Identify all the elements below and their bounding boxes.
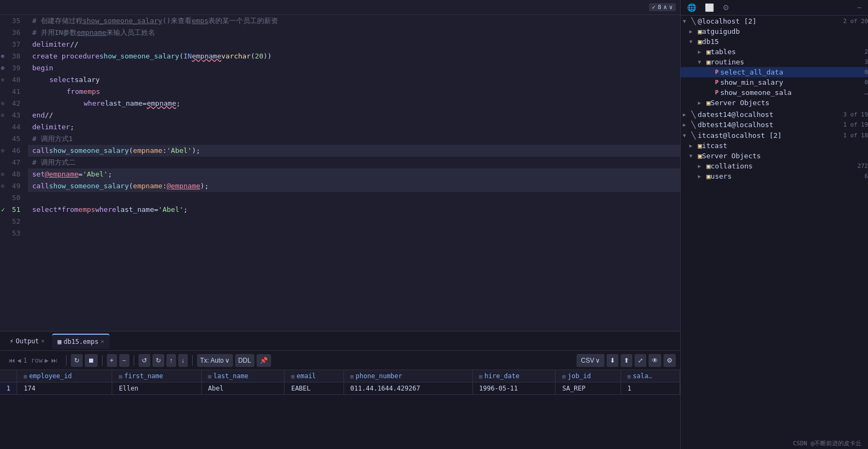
code-line-39: begin bbox=[28, 62, 680, 74]
settings-icon-btn[interactable]: ⚙ bbox=[720, 2, 732, 13]
tx-auto-label: Tx: Auto bbox=[200, 357, 224, 364]
badge-count: 8 bbox=[658, 4, 661, 11]
tables-folder-icon: ▣ bbox=[706, 48, 711, 56]
layout-icon-btn[interactable]: ⬜ bbox=[703, 2, 716, 13]
cell-job-id[interactable]: SA_REP bbox=[556, 382, 621, 395]
sidebar-item-users[interactable]: ▶ ▣ users 6 bbox=[681, 171, 868, 181]
node-itcast[interactable]: ▼ ╲ itcast@localhost [2] 1 of 18 ▶ ▣ itc… bbox=[681, 130, 868, 182]
pin-btn[interactable]: 📌 bbox=[257, 354, 271, 367]
select-all-data-label: select_all_data bbox=[720, 68, 863, 76]
first-row-btn[interactable]: ⏮ bbox=[9, 357, 15, 364]
cell-sala[interactable]: 1 bbox=[621, 382, 680, 395]
itcast-db-folder-icon: ▣ bbox=[698, 142, 702, 150]
globe-icon-btn[interactable]: 🌐 bbox=[685, 2, 698, 13]
node-localhost[interactable]: ▼ ╲ @localhost [2] 2 of 20 ▶ ▣ atguigudb… bbox=[681, 16, 868, 108]
remove-row-btn[interactable]: − bbox=[119, 354, 129, 367]
sidebar-item-server-objects-1[interactable]: ▶ ▣ Server Objects bbox=[681, 98, 868, 108]
sidebar-item-dbtest14[interactable]: ▶ ╲ dbtest14@localhost 1 of 19 bbox=[681, 120, 868, 130]
datest14-arrow: ▶ bbox=[683, 112, 691, 117]
db15-label: db15 bbox=[702, 38, 868, 46]
table-settings-btn[interactable]: ⚙ bbox=[663, 354, 676, 367]
col-email[interactable]: ▦email bbox=[285, 370, 344, 382]
data-table: ▦employee_id ▦first_name ▦last_name ▦ema… bbox=[0, 370, 680, 395]
move-down-btn[interactable]: ↓ bbox=[178, 354, 188, 367]
code-line-46: call show_someone_salary( empname: 'Abel… bbox=[28, 145, 680, 157]
proc-icon-show-someone: P bbox=[715, 89, 719, 96]
tx-auto-btn[interactable]: Tx: Auto ∨ bbox=[197, 354, 233, 367]
add-row-btn[interactable]: + bbox=[107, 354, 117, 367]
select-all-data-badge: 0 bbox=[864, 69, 868, 76]
line-num-50: 50 bbox=[0, 192, 24, 204]
output-icon: ⚡ bbox=[10, 337, 13, 345]
col-last-name[interactable]: ▦last_name bbox=[201, 370, 285, 382]
sidebar[interactable]: 🌐 ⬜ ⚙ − ▼ ╲ @localhost [2] 2 of 20 ▶ ▣ a… bbox=[680, 0, 868, 449]
tables-arrow: ▶ bbox=[698, 49, 706, 55]
sidebar-item-itcast-db[interactable]: ▶ ▣ itcast bbox=[681, 141, 868, 151]
undo-btn[interactable]: ↺ bbox=[138, 354, 150, 367]
sidebar-item-tables[interactable]: ▶ ▣ tables 2 bbox=[681, 47, 868, 57]
sidebar-item-itcast[interactable]: ▼ ╲ itcast@localhost [2] 1 of 18 bbox=[681, 130, 868, 141]
sidebar-item-show-min-salary[interactable]: P show_min_salary 0 bbox=[681, 77, 868, 87]
dbtest14-arrow: ▶ bbox=[683, 122, 691, 128]
line-numbers: 35 36 37 ⊙38 ⊙39 ⊙40 41 ⊙42 bbox=[0, 15, 28, 331]
move-up-btn[interactable]: ↑ bbox=[166, 354, 176, 367]
code-lines[interactable]: # 创建存储过程show_someone_salary()来查看emps表的某一… bbox=[28, 15, 680, 331]
cell-employee-id[interactable]: 174 bbox=[17, 382, 112, 395]
col-sala[interactable]: ▦sala… bbox=[621, 370, 680, 382]
close-output-tab[interactable]: ✕ bbox=[41, 337, 45, 344]
col-job-id[interactable]: ▦job_id bbox=[556, 370, 621, 382]
status-text: CSDN @不断前进的皮卡丘 bbox=[793, 440, 862, 447]
line-num-53: 53 bbox=[0, 227, 24, 239]
sidebar-item-db15[interactable]: ▼ ▣ db15 bbox=[681, 36, 868, 47]
cell-phone-number[interactable]: 011.44.1644.429267 bbox=[344, 382, 472, 395]
csv-btn[interactable]: CSV ∨ bbox=[577, 354, 604, 367]
col-first-name[interactable]: ▦first_name bbox=[112, 370, 201, 382]
sidebar-item-server-objects-2[interactable]: ▼ ▣ Server Objects bbox=[681, 151, 868, 161]
sidebar-item-datest14[interactable]: ▶ ╲ datest14@localhost 3 of 19 bbox=[681, 109, 868, 120]
col-employee-id[interactable]: ▦employee_id bbox=[17, 370, 112, 382]
tab-output-label: Output bbox=[16, 337, 39, 345]
sidebar-item-show-someone-sala[interactable]: P show_someone_sala … bbox=[681, 87, 868, 98]
next-row-btn[interactable]: ▶ bbox=[45, 357, 48, 364]
code-line-35: # 创建存储过程show_someone_salary()来查看emps表的某一… bbox=[28, 15, 680, 27]
import-btn[interactable]: ⬆ bbox=[621, 354, 632, 367]
close-db15emps-tab[interactable]: ✕ bbox=[100, 338, 104, 345]
stop-btn[interactable]: ⏹ bbox=[85, 354, 98, 367]
main-layout: ✓ 8 ∧ ∨ 35 36 37 ⊙38 ⊙39 bbox=[0, 0, 868, 449]
routines-folder-icon: ▣ bbox=[706, 58, 711, 66]
csv-label: CSV bbox=[581, 357, 594, 364]
data-table-container[interactable]: ▦employee_id ▦first_name ▦last_name ▦ema… bbox=[0, 370, 680, 449]
eye-btn[interactable]: 👁 bbox=[648, 354, 661, 367]
export-btn[interactable]: ⬇ bbox=[607, 354, 618, 367]
cell-last-name[interactable]: Abel bbox=[201, 382, 285, 395]
collations-label: collations bbox=[711, 162, 855, 170]
resize-btn[interactable]: ⤢ bbox=[634, 354, 646, 367]
server-icon-itcast: ╲ bbox=[691, 131, 696, 139]
sidebar-item-atguigudb[interactable]: ▶ ▣ atguigudb bbox=[681, 26, 868, 36]
collapse-icon-btn[interactable]: − bbox=[855, 2, 864, 13]
prev-row-btn[interactable]: ◀ bbox=[17, 357, 21, 364]
code-line-41: from emps bbox=[28, 86, 680, 98]
cell-hire-date[interactable]: 1996-05-11 bbox=[472, 382, 556, 395]
ddl-btn[interactable]: DDL bbox=[235, 354, 254, 367]
sidebar-item-collations[interactable]: ▶ ▣ collations 272 bbox=[681, 161, 868, 171]
show-someone-sala-badge: … bbox=[864, 89, 868, 96]
redo-btn[interactable]: ↻ bbox=[152, 354, 164, 367]
tab-output[interactable]: ⚡ Output ✕ bbox=[4, 334, 50, 349]
tab-db15emps[interactable]: ▦ db15.emps ✕ bbox=[52, 334, 110, 349]
cell-email[interactable]: EABEL bbox=[285, 382, 344, 395]
sidebar-item-select-all-data[interactable]: P select_all_data 0 bbox=[681, 67, 868, 77]
localhost-label: @localhost [2] bbox=[698, 17, 841, 25]
sidebar-item-routines[interactable]: ▼ ▣ routines 3 bbox=[681, 57, 868, 67]
table-row[interactable]: 1 174 Ellen Abel EABEL 011.44.1644.42926… bbox=[0, 382, 680, 395]
refresh-btn[interactable]: ↻ bbox=[71, 354, 83, 367]
table-icon: ▦ bbox=[57, 338, 61, 345]
routines-badge: 3 bbox=[864, 58, 868, 65]
sep3 bbox=[134, 355, 134, 366]
sidebar-item-localhost[interactable]: ▼ ╲ @localhost [2] 2 of 20 bbox=[681, 16, 868, 26]
last-row-btn[interactable]: ⏭ bbox=[51, 357, 57, 364]
col-phone-number[interactable]: ▦phone_number bbox=[344, 370, 472, 382]
cell-first-name[interactable]: Ellen bbox=[112, 382, 201, 395]
line-num-36: 36 bbox=[0, 27, 24, 39]
col-hire-date[interactable]: ▦hire_date bbox=[472, 370, 556, 382]
